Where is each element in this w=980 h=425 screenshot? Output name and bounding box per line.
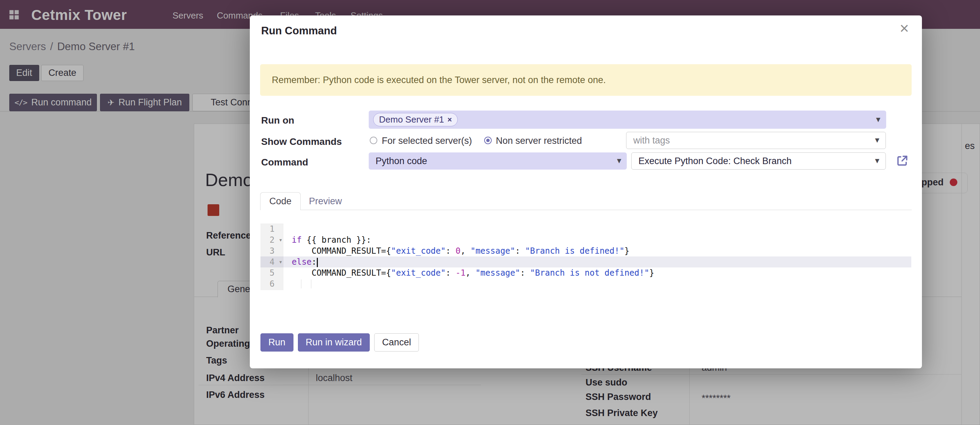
text-cursor [317,258,318,267]
run-command-modal: Run Command × Remember: Python code is e… [250,16,922,368]
code-token: : [445,268,456,278]
gutter-cell: 6 [261,278,283,289]
code-token: : [520,268,530,278]
code-token: -1 [456,268,466,278]
indent-guide [301,279,301,289]
command-label: Command [261,157,308,168]
code-editor[interactable]: 12▾34▾56 if {{ branch }}: COMMAND_RESULT… [261,224,911,290]
tabs-divider [260,210,912,210]
code-token: } [624,246,629,256]
radio-for-selected-servers[interactable] [370,136,377,144]
cancel-button[interactable]: Cancel [374,333,419,352]
run-on-field[interactable]: Demo Server #1 × ▾ [369,111,886,129]
chevron-down-icon: ▾ [617,155,621,165]
chevron-down-icon: ▾ [876,114,880,124]
tag-remove-icon[interactable]: × [447,115,452,124]
code-line [283,278,911,289]
show-commands-label: Show Commands [261,136,342,147]
command-type-select[interactable]: Python code ▾ [369,152,627,170]
run-in-wizard-button[interactable]: Run in wizard [298,333,370,352]
code-token: : [445,246,456,256]
command-type-value: Python code [369,156,427,167]
chevron-down-icon: ▾ [875,155,879,165]
gutter-cell: 5 [261,267,283,278]
external-link-icon[interactable] [896,154,909,167]
code-token: 0 [456,246,460,256]
editor-code: if {{ branch }}: COMMAND_RESULT={"exit_c… [283,224,911,290]
code-line: COMMAND_RESULT={"exit_code": -1, "messag… [283,267,911,278]
radio-non-server-restricted-label[interactable]: Non server restricted [496,136,582,146]
code-token: , [466,268,476,278]
run-on-label: Run on [261,115,294,126]
fold-icon[interactable]: ▾ [279,235,282,246]
server-tag-label: Demo Server #1 [379,114,444,125]
tab-preview[interactable]: Preview [305,192,346,210]
code-token: "exit_code" [391,246,445,256]
code-token: } [649,268,654,278]
code-token: "message" [471,246,515,256]
radio-non-server-restricted[interactable] [484,136,492,144]
tab-code[interactable]: Code [260,192,301,210]
code-token: "Branch is not defined!" [530,268,649,278]
tags-filter-placeholder: with tags [627,135,670,146]
modal-title: Run Command [261,25,337,37]
code-token: if [292,235,302,245]
code-token: "exit_code" [391,268,445,278]
code-line: COMMAND_RESULT={"exit_code": 0, "message… [283,246,911,257]
tags-filter-select[interactable]: with tags ▾ [626,132,886,149]
code-token: COMMAND_RESULT={ [292,246,391,256]
alert-text: Remember: Python code is executed on the… [272,75,606,86]
python-warning-alert: Remember: Python code is executed on the… [260,64,912,96]
code-token: "Branch is defined!" [525,246,624,256]
fold-icon[interactable]: ▾ [279,257,282,267]
code-token: , [460,246,471,256]
gutter-cell: 1 [261,224,283,235]
code-line [283,224,911,235]
command-select[interactable]: Execute Python Code: Check Branch ▾ [631,152,886,170]
close-icon[interactable]: × [900,20,909,36]
code-token: COMMAND_RESULT={ [292,268,391,278]
run-button[interactable]: Run [261,333,293,352]
code-token: : [515,246,525,256]
code-token: {{ branch }}: [302,235,371,245]
gutter-cell[interactable]: 4▾ [261,257,283,267]
editor-gutter: 12▾34▾56 [261,224,283,290]
server-tag: Demo Server #1 × [373,113,458,126]
chevron-down-icon: ▾ [875,135,879,145]
command-name-value: Execute Python Code: Check Branch [632,156,792,167]
gutter-cell: 3 [261,246,283,257]
code-token: "message" [476,268,520,278]
indent-guide [311,279,311,289]
code-line: if {{ branch }}: [283,235,911,246]
modal-footer: Run Run in wizard Cancel [261,333,419,352]
radio-for-selected-servers-label[interactable]: For selected server(s) [382,136,472,146]
code-line: else: [283,257,911,267]
code-token: : [312,257,317,267]
code-token: else [292,257,312,267]
gutter-cell[interactable]: 2▾ [261,235,283,246]
